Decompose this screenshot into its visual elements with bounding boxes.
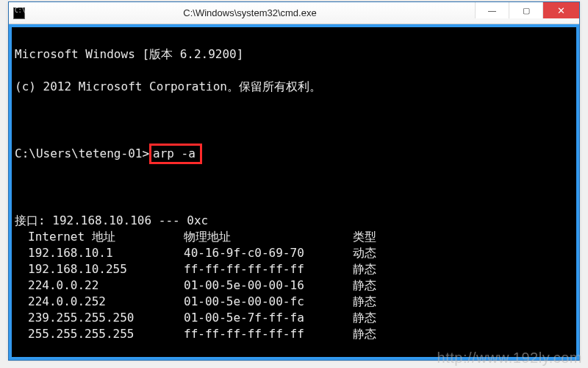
- command-highlight: arp -a: [149, 144, 202, 164]
- cell-type: 静态: [353, 326, 397, 342]
- version-line: Microsoft Windows [版本 6.2.9200]: [15, 46, 573, 63]
- cell-mac: ff-ff-ff-ff-ff-ff: [184, 326, 353, 342]
- window-buttons: — ▢ ✕: [475, 2, 579, 24]
- prompt-line: C:\Users\teteng-01>arp -a: [15, 144, 573, 164]
- cell-type: 静态: [353, 310, 397, 326]
- table-row: 255.255.255.255ff-ff-ff-ff-ff-ff静态: [15, 326, 573, 342]
- prompt-path: C:\Users\teteng-01>: [15, 146, 149, 160]
- window-title: C:\Windows\system32\cmd.exe: [25, 7, 475, 18]
- cell-mac: ff-ff-ff-ff-ff-ff: [184, 261, 353, 277]
- blank-line: [15, 342, 573, 358]
- cell-ip: 255.255.255.255: [15, 326, 184, 342]
- col-ip-header: Internet 地址: [15, 229, 184, 245]
- terminal-output[interactable]: Microsoft Windows [版本 6.2.9200] (c) 2012…: [9, 24, 579, 360]
- interface-label: 接口: 192.168.10.106 --- 0xc: [15, 213, 573, 229]
- table-row: 192.168.10.140-16-9f-c0-69-70动态: [15, 245, 573, 261]
- cell-type: 静态: [353, 277, 397, 294]
- cell-type: 静态: [353, 261, 397, 277]
- cell-ip: 192.168.10.255: [15, 261, 184, 277]
- table-row: 224.0.0.2201-00-5e-00-00-16静态: [15, 277, 573, 294]
- cell-mac: 40-16-9f-c0-69-70: [184, 245, 353, 261]
- table-row: 224.0.0.25201-00-5e-00-00-fc静态: [15, 294, 573, 310]
- table-header: Internet 地址物理地址类型: [15, 229, 573, 245]
- cmd-window: C:\ C:\Windows\system32\cmd.exe — ▢ ✕ Mi…: [8, 1, 580, 361]
- cell-ip: 192.168.10.1: [15, 245, 184, 261]
- col-mac-header: 物理地址: [184, 229, 353, 245]
- cmd-icon: C:\: [13, 7, 25, 19]
- blank-line: [15, 111, 573, 127]
- close-button[interactable]: ✕: [542, 2, 579, 18]
- col-type-header: 类型: [353, 229, 397, 245]
- maximize-button[interactable]: ▢: [509, 2, 542, 18]
- interface-label: 接口: 192.168.240.1 --- 0x10: [15, 358, 573, 360]
- cell-type: 动态: [353, 245, 397, 261]
- cell-mac: 01-00-5e-00-00-fc: [184, 294, 353, 310]
- cell-ip: 239.255.255.250: [15, 310, 184, 326]
- cell-ip: 224.0.0.22: [15, 277, 184, 294]
- cell-ip: 224.0.0.252: [15, 294, 184, 310]
- table-row: 239.255.255.25001-00-5e-7f-ff-fa静态: [15, 310, 573, 326]
- table-row: 192.168.10.255ff-ff-ff-ff-ff-ff静态: [15, 261, 573, 277]
- cell-mac: 01-00-5e-00-00-16: [184, 277, 353, 294]
- blank-line: [15, 180, 573, 197]
- titlebar[interactable]: C:\ C:\Windows\system32\cmd.exe — ▢ ✕: [9, 2, 579, 24]
- cell-type: 静态: [353, 294, 397, 310]
- minimize-button[interactable]: —: [475, 2, 509, 18]
- cell-mac: 01-00-5e-7f-ff-fa: [184, 310, 353, 326]
- copyright-line: (c) 2012 Microsoft Corporation。保留所有权利。: [15, 79, 573, 95]
